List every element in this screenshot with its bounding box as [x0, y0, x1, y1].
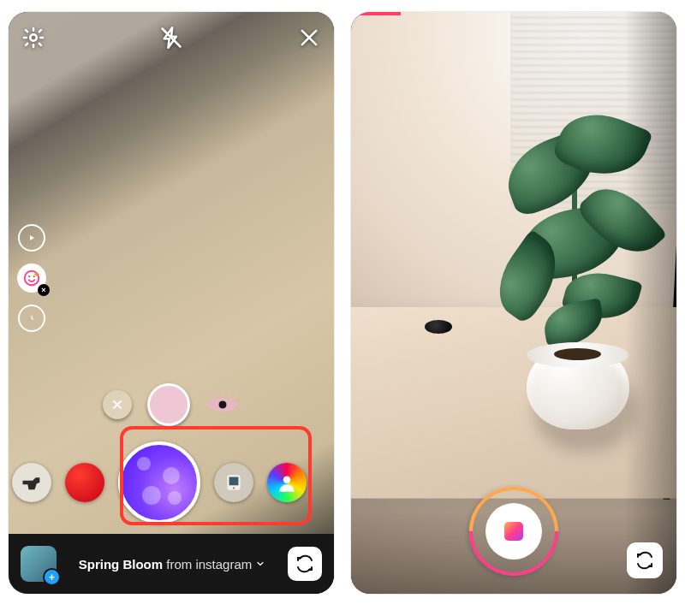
recording-progress-bar [351, 12, 401, 15]
play-icon[interactable] [18, 224, 45, 252]
svg-point-2 [28, 275, 30, 277]
effect-adjust-row [9, 383, 334, 426]
effect-intensity-icon[interactable] [147, 383, 190, 426]
reset-effect-icon[interactable] [103, 390, 132, 419]
camera-top-bar [9, 12, 334, 63]
effect-name-label: Spring Bloom [79, 557, 163, 572]
stop-icon [504, 522, 523, 541]
vignette-decor [625, 12, 676, 594]
svg-point-0 [30, 34, 36, 40]
effect-from-label: from [163, 557, 195, 572]
clear-face-filter-icon[interactable]: × [38, 284, 50, 296]
gear-icon[interactable] [21, 25, 46, 50]
effect-author-label: instagram [195, 557, 252, 572]
camera-side-tools: × [17, 224, 46, 332]
gallery-thumbnail[interactable]: + [21, 546, 57, 582]
shutter-inner [485, 503, 542, 560]
story-camera-screen: × [9, 12, 334, 594]
annotation-highlight-box [120, 426, 312, 525]
desk-grommet-decor [425, 320, 452, 334]
add-to-story-plus-icon: + [43, 568, 61, 586]
svg-point-3 [33, 275, 35, 277]
shutter-button[interactable] [469, 487, 558, 576]
effect-red-dot[interactable] [65, 463, 104, 502]
flash-off-icon[interactable] [158, 25, 184, 50]
switch-camera-icon[interactable] [627, 542, 663, 578]
svg-point-4 [218, 400, 227, 409]
timer-icon[interactable] [18, 305, 45, 332]
effect-squirt-gun[interactable] [12, 463, 51, 502]
camera-footer: + Spring Bloom from instagram [9, 534, 334, 594]
face-filter-icon[interactable]: × [17, 264, 46, 293]
plant-soil-decor [554, 348, 601, 360]
story-recording-screen [351, 12, 676, 594]
close-icon[interactable] [296, 25, 322, 50]
eye-icon[interactable] [206, 394, 240, 416]
effect-attribution[interactable]: Spring Bloom from instagram [68, 557, 276, 572]
chevron-down-icon [255, 557, 265, 572]
switch-camera-icon[interactable] [288, 547, 322, 581]
